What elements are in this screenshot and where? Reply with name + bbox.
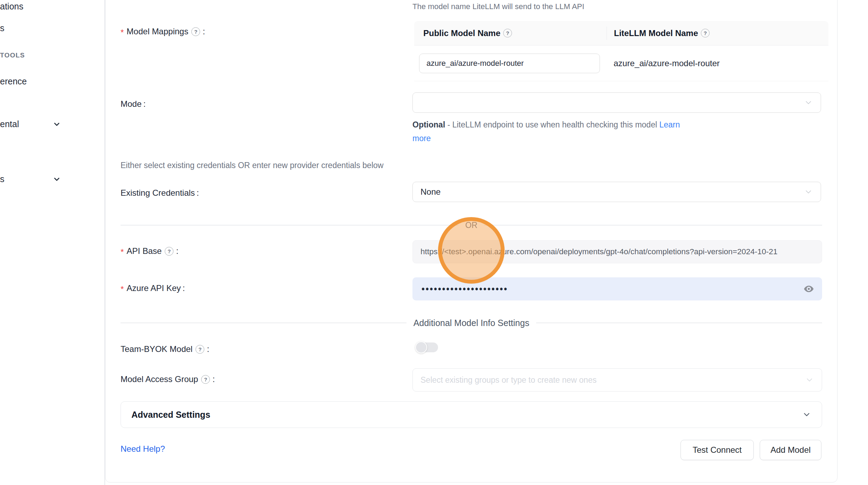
label-colon: : — [207, 344, 209, 354]
optional-tag: Optional — [412, 120, 445, 129]
eye-icon — [803, 283, 814, 295]
or-divider: OR — [121, 221, 822, 230]
required-mark: * — [121, 285, 124, 293]
label-colon: : — [212, 374, 215, 384]
additional-info-divider: Additional Model Info Settings — [121, 318, 822, 328]
model-access-group-select[interactable] — [412, 368, 822, 392]
sidebar-item-organizations[interactable]: ations — [0, 1, 23, 12]
add-model-page: ations s TOOLS erence ental s The model … — [0, 0, 868, 485]
existing-credentials-value: None — [421, 187, 440, 197]
advanced-settings-title: Advanced Settings — [131, 410, 210, 420]
model-mappings-label: * Model Mappings ? : — [121, 27, 205, 36]
help-icon[interactable]: ? — [701, 29, 710, 37]
add-model-button[interactable]: Add Model — [760, 440, 821, 460]
credentials-note: Either select existing credentials OR en… — [121, 161, 383, 170]
sidebar-item-experimental[interactable]: ental — [0, 119, 19, 129]
help-icon[interactable]: ? — [503, 29, 512, 37]
chevron-down-icon[interactable] — [53, 175, 61, 183]
advanced-settings-panel[interactable]: Advanced Settings — [121, 401, 822, 428]
column-header-litellm-model-name: LiteLLM Model Name ? — [607, 27, 828, 40]
label-colon: : — [183, 283, 185, 293]
label-colon: : — [143, 99, 146, 109]
chevron-down-icon — [802, 410, 811, 419]
chevron-down-icon — [804, 187, 813, 196]
label-colon: : — [203, 27, 205, 36]
api-base-label: * API Base ? : — [121, 246, 178, 256]
sidebar-item-1[interactable]: s — [0, 23, 5, 33]
model-mappings-table: Public Model Name ? LiteLLM Model Name ?… — [414, 21, 828, 81]
team-byok-label: Team-BYOK Model ? : — [121, 344, 209, 354]
additional-info-divider-label: Additional Model Info Settings — [406, 318, 536, 328]
mode-hint: Optional - LiteLLM endpoint to use when … — [412, 118, 695, 145]
required-mark: * — [121, 28, 124, 37]
mode-label: Mode : — [121, 99, 146, 109]
azure-api-key-input[interactable] — [412, 277, 822, 300]
public-model-name-cell — [414, 54, 607, 73]
help-icon[interactable]: ? — [165, 247, 173, 256]
or-divider-label: OR — [458, 221, 485, 230]
sidebar: ations s TOOLS erence ental s — [0, 0, 104, 485]
existing-credentials-label: Existing Credentials : — [121, 188, 199, 198]
existing-credentials-select[interactable]: None — [412, 182, 821, 202]
sidebar-item-settings[interactable]: s — [0, 174, 5, 184]
label-colon: : — [197, 188, 199, 198]
api-base-input[interactable] — [412, 240, 822, 263]
required-mark: * — [121, 248, 124, 256]
azure-api-key-label: * Azure API Key : — [121, 283, 185, 293]
help-icon[interactable]: ? — [196, 345, 204, 354]
public-model-name-input[interactable] — [419, 54, 600, 73]
chevron-down-icon — [805, 375, 814, 384]
chevron-down-icon — [804, 98, 813, 107]
help-icon[interactable]: ? — [191, 27, 200, 36]
model-access-group-label: Model Access Group ? : — [121, 374, 215, 384]
model-name-hint: The model name LiteLLM will send to the … — [412, 2, 584, 11]
sidebar-item-inference[interactable]: erence — [0, 76, 27, 86]
azure-api-key-field-wrap — [412, 277, 822, 300]
litellm-model-name-value: azure_ai/azure-model-router — [607, 58, 828, 68]
need-help-link[interactable]: Need Help? — [121, 444, 165, 454]
model-access-group-input[interactable] — [421, 369, 805, 391]
team-byok-toggle[interactable] — [415, 341, 438, 353]
column-header-public-model-name: Public Model Name ? — [414, 28, 607, 38]
mode-select[interactable] — [412, 92, 821, 113]
test-connect-button[interactable]: Test Connect — [681, 440, 754, 460]
toggle-key-visibility-button[interactable] — [803, 283, 814, 295]
chevron-down-icon[interactable] — [53, 120, 61, 129]
label-colon: : — [176, 246, 178, 256]
table-header-row: Public Model Name ? LiteLLM Model Name ? — [414, 21, 828, 46]
api-base-field-wrap — [412, 240, 822, 263]
sidebar-section-tools: TOOLS — [0, 51, 25, 59]
help-icon[interactable]: ? — [201, 375, 210, 384]
table-row: azure_ai/azure-model-router — [414, 46, 828, 81]
